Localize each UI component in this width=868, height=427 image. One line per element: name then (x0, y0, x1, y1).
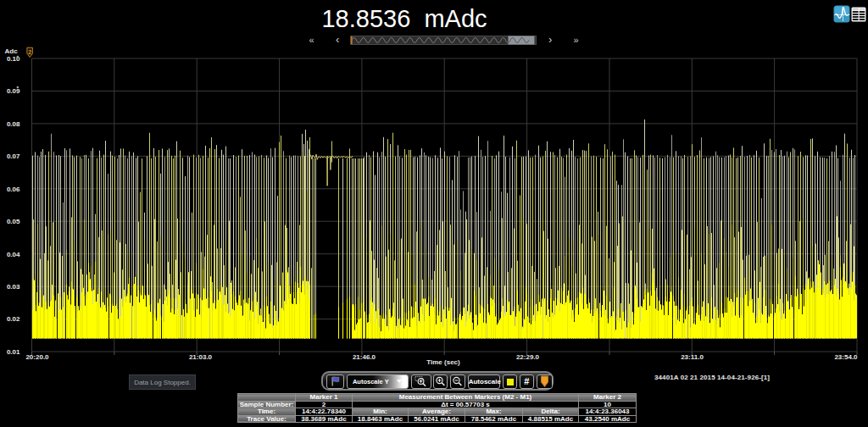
svg-text:0.04: 0.04 (7, 251, 20, 258)
svg-text:22:29.0: 22:29.0 (516, 353, 540, 361)
svg-text:2: 2 (28, 49, 31, 55)
svg-text:21:03.0: 21:03.0 (189, 353, 213, 361)
svg-text:Adc: Adc (5, 47, 19, 55)
svg-text:Time (sec): Time (sec) (426, 358, 460, 366)
svg-text:0.03: 0.03 (7, 283, 20, 291)
svg-text:20:20.0: 20:20.0 (25, 353, 49, 361)
svg-text:0.07: 0.07 (7, 152, 20, 160)
svg-text:0.02: 0.02 (7, 315, 20, 323)
svg-text:0.09: 0.09 (7, 87, 20, 95)
svg-text:0.08: 0.08 (7, 120, 20, 128)
svg-text:23:54.0: 23:54.0 (834, 353, 858, 361)
svg-text:23:11.0: 23:11.0 (681, 353, 704, 361)
svg-text:0.05: 0.05 (7, 218, 20, 225)
svg-text:21:46.0: 21:46.0 (353, 353, 376, 361)
svg-text:0.06: 0.06 (7, 186, 20, 193)
svg-text:0.01: 0.01 (7, 348, 20, 356)
